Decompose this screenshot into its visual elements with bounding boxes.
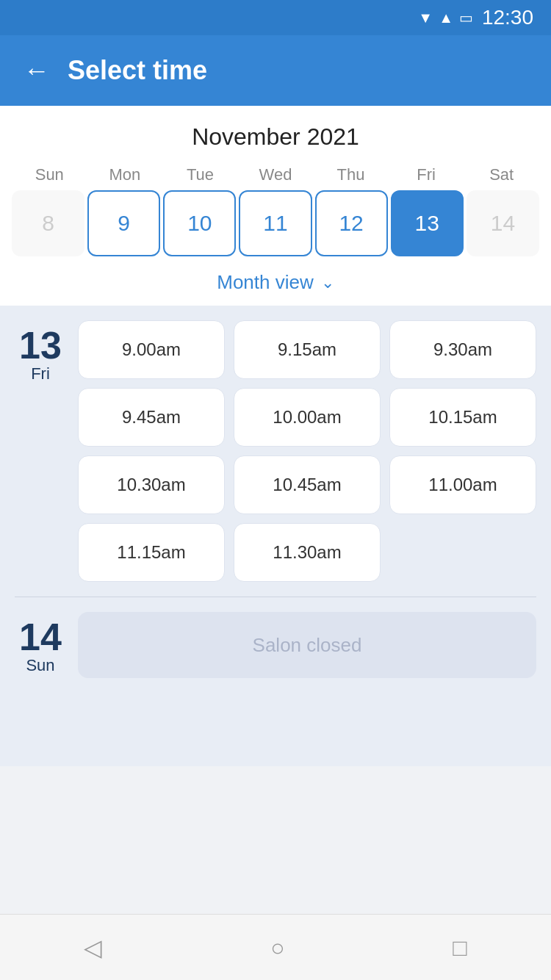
day-13-block: 13 Fri 9.00am 9.15am 9.30am 9.45am 10.00… [0,306,551,582]
day-13-name: Fri [15,364,66,383]
salon-closed-label: Salon closed [78,612,536,678]
day-13-slots-grid: 9.00am 9.15am 9.30am 9.45am 10.00am 10.1… [78,320,536,582]
nav-home-button[interactable]: ○ [270,936,284,959]
bottom-nav: ◁ ○ □ [0,914,551,980]
weekday-fri: Fri [389,165,464,184]
signal-icon: ▲ [439,10,453,26]
weekday-headers: Sun Mon Tue Wed Thu Fri Sat [0,165,551,184]
day-14-inner: 14 Sun Salon closed [0,612,551,678]
status-bar: ▼ ▲ ▭ 12:30 [0,0,551,35]
slot-930am[interactable]: 9.30am [389,320,536,379]
day-13[interactable]: 13 [391,190,464,256]
day-14-label: 14 Sun [15,612,66,675]
day-12[interactable]: 12 [315,190,388,256]
slot-1000am[interactable]: 10.00am [234,388,381,447]
slot-915am[interactable]: 9.15am [234,320,381,379]
weekday-thu: Thu [313,165,389,184]
weekday-mon: Mon [87,165,163,184]
day-14[interactable]: 14 [467,190,539,256]
slot-1115am[interactable]: 11.15am [78,523,225,582]
slot-900am[interactable]: 9.00am [78,320,225,379]
day-13-number: 13 [15,326,66,364]
nav-recent-button[interactable]: □ [453,936,467,959]
chevron-down-icon: ⌄ [321,273,334,292]
day-14-number: 14 [15,618,66,656]
day-13-inner: 13 Fri 9.00am 9.15am 9.30am 9.45am 10.00… [0,320,551,582]
calendar-section: November 2021 Sun Mon Tue Wed Thu Fri Sa… [0,106,551,306]
day-10[interactable]: 10 [163,190,236,256]
day-9[interactable]: 9 [87,190,160,256]
weekday-sun: Sun [12,165,87,184]
slot-1045am[interactable]: 10.45am [234,455,381,514]
month-view-toggle[interactable]: Month view ⌄ [0,256,551,306]
day-14-name: Sun [15,656,66,675]
status-time: 12:30 [482,6,533,29]
weekday-tue: Tue [162,165,238,184]
weekday-sat: Sat [464,165,539,184]
slot-1130am[interactable]: 11.30am [234,523,381,582]
time-slots-section: 13 Fri 9.00am 9.15am 9.30am 9.45am 10.00… [0,306,551,766]
weekday-wed: Wed [238,165,314,184]
nav-back-button[interactable]: ◁ [84,936,102,959]
month-year-title: November 2021 [0,123,551,151]
day-11[interactable]: 11 [239,190,311,256]
slot-1015am[interactable]: 10.15am [389,388,536,447]
battery-icon: ▭ [459,9,473,26]
month-view-label: Month view [217,271,314,294]
header: ← Select time [0,35,551,106]
day-8[interactable]: 8 [12,190,84,256]
day-13-label: 13 Fri [15,320,66,383]
day-14-block: 14 Sun Salon closed [0,597,551,752]
slot-1030am[interactable]: 10.30am [78,455,225,514]
slot-945am[interactable]: 9.45am [78,388,225,447]
status-icons: ▼ ▲ ▭ [418,9,473,26]
back-button[interactable]: ← [24,57,50,84]
days-row: 8 9 10 11 12 13 14 [0,190,551,256]
slot-1100am[interactable]: 11.00am [389,455,536,514]
page-title: Select time [68,55,207,86]
wifi-icon: ▼ [418,10,433,26]
